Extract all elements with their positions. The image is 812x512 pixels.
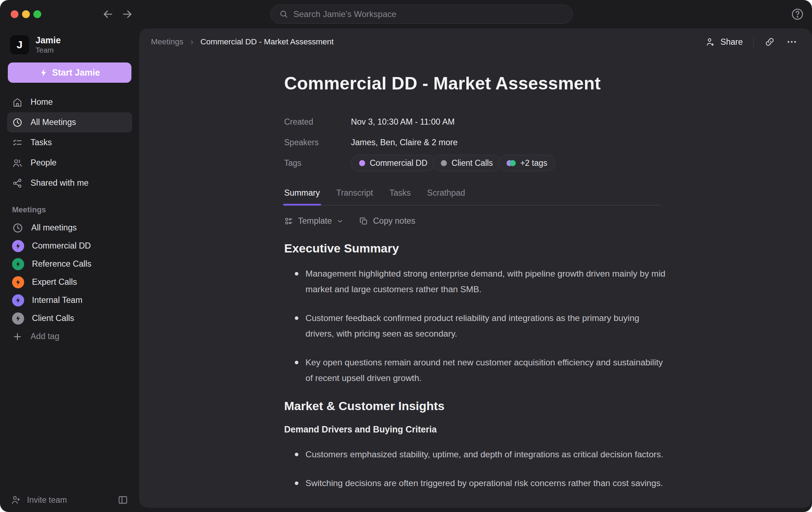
tab-scrathpad[interactable]: Scrathpad: [427, 188, 465, 206]
workspace-logo: J: [10, 35, 29, 54]
sidebar-item-shared-with-me[interactable]: Shared with me: [7, 173, 132, 193]
sidebar-item-expert-calls[interactable]: Expert Calls: [7, 273, 132, 291]
sidebar-item-commercial-dd[interactable]: Commercial DD: [7, 237, 132, 255]
minimize-window-button[interactable]: [22, 10, 30, 18]
copy-notes-button[interactable]: Copy notes: [359, 216, 415, 226]
template-dropdown[interactable]: Template: [284, 216, 343, 226]
sidebar-item-all-meetings[interactable]: All Meetings: [7, 112, 132, 132]
invite-team-button[interactable]: Invite team: [11, 495, 67, 505]
workspace-type: Team: [36, 45, 61, 55]
created-label: Created: [284, 117, 351, 127]
divider: [753, 35, 754, 49]
bolt-badge-icon: [12, 258, 24, 270]
search-input[interactable]: Search Jamie’s Workspace: [270, 5, 573, 24]
person-plus-icon: [705, 37, 715, 47]
tab-transcript[interactable]: Transcript: [336, 188, 373, 206]
page-title: Commercial DD - Market Assessment: [284, 73, 666, 94]
note-content: Commercial DD - Market Assessment Create…: [284, 73, 666, 508]
meetings-section-label: Meetings: [12, 205, 127, 214]
sidebar: J Jamie Team Start Jamie Home All Meetin…: [0, 28, 139, 512]
sidebar-item-people[interactable]: People: [7, 153, 132, 173]
tab-tasks[interactable]: Tasks: [389, 188, 411, 206]
note-tabs: Summary Transcript Tasks Scrathpad: [284, 188, 666, 206]
close-window-button[interactable]: [11, 10, 18, 18]
start-jamie-button[interactable]: Start Jamie: [8, 62, 131, 83]
breadcrumb: Meetings › Commercial DD - Market Assess…: [151, 37, 334, 47]
bullet-item: Customers emphasized stability, uptime, …: [284, 447, 666, 462]
help-icon[interactable]: [791, 7, 804, 21]
sidebar-item-client-calls[interactable]: Client Calls: [7, 309, 132, 327]
bolt-badge-icon: [12, 276, 24, 288]
zoom-window-button[interactable]: [33, 10, 41, 18]
checklist-icon: [12, 137, 23, 148]
meta-speakers-row: Speakers James, Ben, Claire & 2 more: [284, 132, 666, 153]
chevron-right-icon: ›: [190, 37, 193, 47]
workspace-name: Jamie: [36, 35, 61, 45]
meta-tags-row: Tags Commercial DD Client Calls: [284, 153, 666, 173]
copy-link-icon[interactable]: [764, 37, 775, 47]
more-options-icon[interactable]: [786, 36, 798, 48]
search-icon: [279, 10, 288, 19]
add-tag-button[interactable]: Add tag: [7, 327, 132, 345]
bullet-item: Key open questions remain around net new…: [284, 355, 666, 386]
bullet-item: Customer feedback confirmed product reli…: [284, 310, 666, 342]
bullet-item: Switching decisions are often triggered …: [284, 475, 666, 491]
search-placeholder: Search Jamie’s Workspace: [293, 9, 396, 19]
breadcrumb-current: Commercial DD - Market Assessment: [200, 37, 334, 47]
bolt-badge-icon: [12, 294, 24, 306]
section-executive-summary: Executive Summary Management highlighted…: [284, 241, 666, 386]
sidebar-item-home[interactable]: Home: [7, 92, 132, 112]
workspace-switcher[interactable]: J Jamie Team: [7, 33, 132, 62]
tag-pill-more-tags[interactable]: +2 tags: [498, 155, 556, 171]
copy-icon: [359, 217, 368, 226]
forward-arrow-icon[interactable]: [121, 8, 134, 21]
share-nodes-icon: [12, 178, 23, 189]
template-icon: [284, 217, 293, 226]
chevron-down-icon: [336, 218, 343, 225]
speakers-value: James, Ben, Claire & 2 more: [351, 138, 458, 147]
bolt-badge-icon: [12, 312, 24, 325]
clock-icon: [12, 117, 23, 128]
collapse-sidebar-icon[interactable]: [117, 494, 129, 506]
main-panel: Meetings › Commercial DD - Market Assess…: [139, 28, 812, 508]
sidebar-item-internal-team[interactable]: Internal Team: [7, 291, 132, 309]
breadcrumb-meetings-link[interactable]: Meetings: [151, 37, 183, 47]
note-header: Meetings › Commercial DD - Market Assess…: [139, 28, 812, 55]
sidebar-item-tasks[interactable]: Tasks: [7, 132, 132, 153]
tag-dot: [441, 160, 447, 166]
bolt-badge-icon: [12, 240, 24, 252]
speakers-label: Speakers: [284, 138, 351, 147]
person-plus-icon: [11, 495, 21, 505]
section-heading: Market & Customer Insights: [284, 399, 666, 413]
tag-dot: [359, 160, 365, 166]
sidebar-item-reference-calls[interactable]: Reference Calls: [7, 255, 132, 273]
tags-label: Tags: [284, 158, 351, 168]
tag-pill-commercial-dd[interactable]: Commercial DD: [351, 155, 435, 171]
section-market-customer-insights: Market & Customer Insights Demand Driver…: [284, 399, 666, 508]
back-arrow-icon[interactable]: [102, 8, 114, 21]
sidebar-item-all-meetings-tag[interactable]: All meetings: [7, 219, 132, 237]
section-subheading: Demand Drivers and Buying Criteria: [284, 424, 666, 435]
tag-dot-pair: [507, 160, 516, 166]
plus-icon: [12, 331, 23, 342]
app-window: Search Jamie’s Workspace J Jamie Team St…: [0, 0, 812, 512]
section-heading: Executive Summary: [284, 241, 666, 255]
tab-summary[interactable]: Summary: [284, 188, 320, 206]
bullet-item: Several customers noted increasing inter…: [284, 504, 666, 508]
tag-pill-client-calls[interactable]: Client Calls: [433, 155, 501, 171]
bullet-item: Management highlighted strong enterprise…: [284, 266, 666, 297]
home-icon: [12, 97, 23, 108]
lightning-bolt-icon: [39, 69, 48, 77]
meta-created-row: Created Nov 3, 10:30 AM - 11:00 AM: [284, 111, 666, 132]
title-bar: Search Jamie’s Workspace: [0, 0, 812, 28]
share-button[interactable]: Share: [705, 37, 743, 47]
clock-icon: [12, 222, 23, 234]
created-value: Nov 3, 10:30 AM - 11:00 AM: [351, 117, 455, 127]
people-icon: [12, 158, 23, 168]
